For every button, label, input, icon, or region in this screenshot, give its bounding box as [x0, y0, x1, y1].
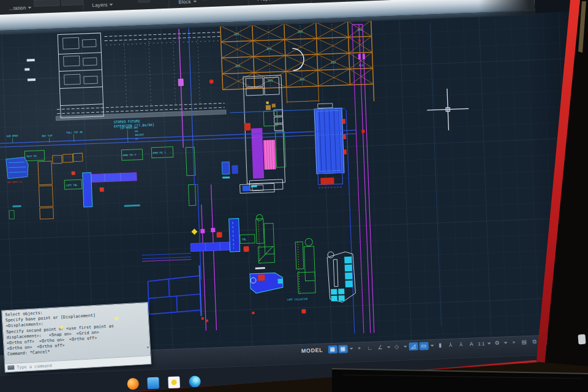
chevron-down-icon [28, 7, 32, 9]
isolate-objects-icon[interactable]: ▤ [519, 338, 529, 347]
ortho-toggle[interactable]: ∟ [365, 344, 374, 352]
photo-of-monitor: STORED FUTURE EXTENSION [77.8m/96] DN BA… [0, 0, 588, 392]
svg-text:3x3: 3x3 [268, 79, 273, 82]
panel-separator [248, 0, 249, 6]
plus-customization-icon[interactable]: + [509, 339, 518, 347]
ribbon-panel-block[interactable]: Block [178, 0, 197, 5]
ribbon-button[interactable] [61, 0, 83, 6]
annotation-scale-value[interactable]: 1:1 [478, 341, 484, 347]
osnap-tracking-toggle[interactable]: ◿ [409, 342, 418, 351]
polar-tracking-toggle[interactable]: ∠ [375, 344, 385, 352]
svg-text:3x3: 3x3 [266, 47, 272, 50]
chevron-down-icon[interactable] [349, 348, 353, 350]
taskbar-icon-firefox[interactable] [127, 378, 139, 390]
panel-separator [168, 0, 170, 9]
command-placeholder: Type a command [17, 363, 52, 370]
svg-text:LIFT TBL: LIFT TBL [66, 183, 78, 187]
annotation-visibility-toggle[interactable]: ⅄ [446, 341, 455, 350]
lineweight-toggle[interactable]: ▮ [435, 341, 445, 350]
autoscale-toggle[interactable]: ⅄ [456, 341, 466, 349]
svg-text:3x3: 3x3 [331, 61, 336, 64]
chevron-down-icon[interactable] [386, 346, 390, 348]
svg-text:3x3: 3x3 [357, 28, 363, 31]
taskbar-icon-photos[interactable] [168, 376, 180, 388]
command-window[interactable]: Select objects: Specify base point or [D… [1, 302, 151, 372]
chevron-down-icon[interactable] [487, 342, 491, 344]
svg-text:3x3: 3x3 [235, 64, 241, 67]
hardware-acceleration-icon[interactable]: ⧉ [530, 337, 539, 346]
keyboard-icon [7, 366, 14, 371]
annotation-scale-icon[interactable]: A [467, 340, 476, 349]
chevron-down-icon[interactable] [403, 345, 407, 347]
svg-text:DN: DN [135, 130, 138, 133]
model-tab[interactable]: MODEL [301, 347, 323, 353]
svg-text:3x3: 3x3 [358, 64, 364, 67]
chevron-down-icon [110, 4, 113, 6]
taskbar-icon-file-explorer[interactable] [147, 377, 159, 390]
ribbon-button[interactable] [34, 0, 59, 7]
svg-text:3x3: 3x3 [300, 78, 305, 81]
taskbar-icon-edge[interactable] [189, 375, 201, 388]
taskbar-clock[interactable]: 2:36 PM 6/20/2022 [554, 336, 588, 348]
command-history: Select objects: Specify base point or [D… [2, 303, 150, 358]
clean-screen-icon[interactable] [540, 337, 548, 345]
isometric-toggle[interactable]: ◇ [392, 343, 401, 352]
panel-separator [83, 0, 84, 12]
svg-text:MECH TBL: MECH TBL [27, 155, 37, 158]
ribbon-button[interactable] [202, 0, 211, 1]
dynamic-input-toggle[interactable]: ⌖ [355, 344, 364, 353]
ribbon-panel-properties[interactable]: Properties [257, 0, 287, 2]
svg-text:3x3: 3x3 [234, 32, 239, 36]
chevron-down-icon[interactable] [503, 342, 507, 344]
svg-text:3x3: 3x3 [298, 30, 303, 33]
grid-toggle[interactable]: ▦ [328, 345, 337, 354]
svg-text:SUB BRKR: SUB BRKR [6, 134, 18, 138]
svg-text:BAY TOP: BAY TOP [42, 134, 53, 138]
snap-toggle[interactable]: ▦ [338, 345, 347, 353]
svg-text:WORK TBL 2: WORK TBL 2 [123, 154, 136, 157]
ribbon-button[interactable] [138, 0, 150, 3]
chevron-down-icon[interactable] [430, 345, 434, 347]
svg-text:TBL: TBL [242, 238, 247, 241]
svg-text:TALL TOP 4B: TALL TOP 4B [66, 130, 83, 134]
svg-text:BACKUP: BACKUP [135, 133, 144, 137]
settings-gear-icon[interactable]: ⚙ [492, 339, 502, 348]
svg-text:WORK TBL 1: WORK TBL 1 [153, 151, 165, 154]
scrollbar-arrow-icon[interactable]: ▾ [147, 345, 149, 349]
osnap-toggle[interactable]: ▭ [419, 342, 428, 350]
ribbon-panel-annotation[interactable]: ...tation [9, 5, 31, 11]
ribbon-panel-layers[interactable]: Layers [92, 2, 113, 8]
monitor-screen: STORED FUTURE EXTENSION [77.8m/96] DN BA… [0, 0, 588, 392]
chevron-down-icon [193, 1, 197, 2]
